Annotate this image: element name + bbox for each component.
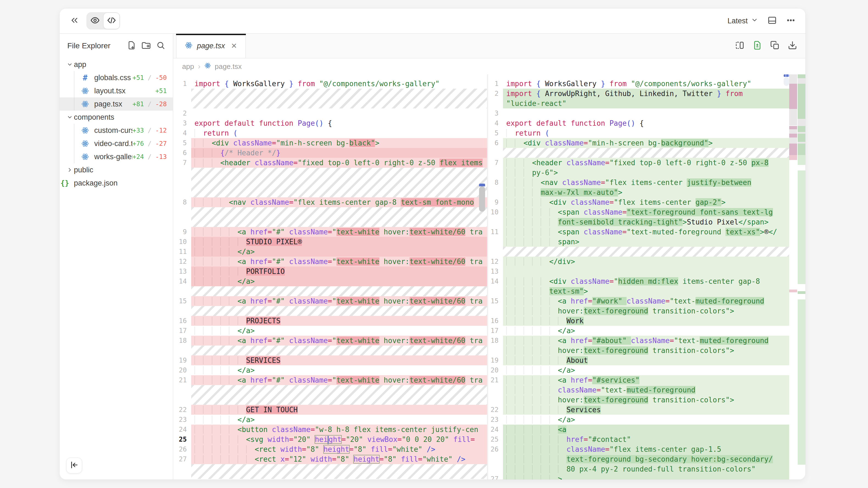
code-line[interactable]: "lucide-react"	[488, 99, 789, 108]
sidebar-item-app[interactable]: app	[60, 58, 173, 71]
sidebar-item-public[interactable]: public	[60, 163, 173, 176]
code-line[interactable]: 15 <a href="#" className="text-white hov…	[173, 296, 487, 306]
code-line[interactable]: 21 <a href="#services"	[488, 375, 789, 385]
code-line[interactable]: span>	[488, 237, 789, 247]
collapse-sidebar-button[interactable]	[66, 458, 82, 474]
code-line[interactable]: hover:text-foreground transition-colors"…	[488, 395, 789, 405]
code-line[interactable]: 23 </a>	[173, 415, 487, 425]
split-view-button[interactable]	[735, 41, 744, 51]
code-line[interactable]: 6 {/* Header */}	[173, 148, 487, 158]
code-line[interactable]: 22 GET IN TOUCH	[173, 405, 487, 415]
code-line[interactable]: 15 <a href="#work" className="text-muted…	[488, 296, 789, 306]
code-line[interactable]: 2import { ArrowUpRight, Github, Linkedin…	[488, 89, 789, 99]
code-line[interactable]: 17 </a>	[173, 326, 487, 336]
code-line[interactable]: 24 <button className="w-8 h-8 flex items…	[173, 425, 487, 434]
code-line[interactable]: 18 <a href="#about" className="text-mute…	[488, 336, 789, 346]
sidebar-item-layout-tsx[interactable]: layout.tsx+51	[60, 84, 173, 97]
toggle-console-button[interactable]	[768, 15, 777, 26]
code-line[interactable]: 16 Work	[488, 316, 789, 326]
diff-pane-old[interactable]: 1import { WorksGallery } from "@/compone…	[173, 74, 487, 480]
code-line[interactable]: 12 <a href="#" className="text-white hov…	[173, 257, 487, 266]
code-line[interactable]: hover:text-foreground transition-colors"…	[488, 346, 789, 355]
code-line[interactable]: 25 href="#contact"	[488, 434, 789, 444]
code-line[interactable]: 19 SERVICES	[173, 355, 487, 365]
code-line[interactable]: 16 PROJECTS	[173, 316, 487, 326]
code-line[interactable]: 11 <span className="text-muted-foregroun…	[488, 227, 789, 237]
code-line[interactable]: 4export default function Page() {	[488, 118, 789, 128]
code-line[interactable]: 22 Services	[488, 405, 789, 415]
code-line[interactable]: 3	[488, 108, 789, 118]
code-line[interactable]: text-foreground bg-secondary hover:bg-se…	[488, 454, 789, 464]
code-line[interactable]: 20 </a>	[488, 365, 789, 375]
version-selector[interactable]: Latest	[727, 17, 758, 26]
download-button[interactable]	[788, 41, 797, 51]
diff-pane-new[interactable]: 1import { WorksGallery } from "@/compone…	[488, 74, 789, 480]
code-line[interactable]: 1import { WorksGallery } from "@/compone…	[488, 79, 789, 89]
code-line[interactable]: 24 <a	[488, 425, 789, 434]
code-line[interactable]: 13	[488, 266, 789, 276]
code-line[interactable]: 12 </div>	[488, 257, 789, 266]
preview-toggle-button[interactable]	[87, 12, 103, 29]
minimap[interactable]	[789, 74, 805, 480]
code-line[interactable]: 6 <div className="min-h-screen bg-backgr…	[488, 138, 789, 148]
code-line[interactable]: 8 <nav className="flex items-center just…	[488, 177, 789, 188]
code-line[interactable]: 18 <a href="#" className="text-white hov…	[173, 336, 487, 346]
code-line[interactable]: 14 <div className="hidden md:flex items-…	[488, 276, 789, 286]
code-line[interactable]: hover:text-foreground transition-colors"…	[488, 306, 789, 316]
code-line[interactable]: 2	[173, 108, 487, 118]
tab-page-tsx[interactable]: page.tsx ✕	[176, 34, 246, 58]
new-file-button[interactable]	[127, 41, 136, 51]
code-line[interactable]: 27 <rect x="12" width="8" height="8" fil…	[173, 454, 487, 464]
code-line[interactable]: py-6">	[488, 168, 789, 177]
code-line[interactable]: 17 </a>	[488, 326, 789, 336]
code-line[interactable]: 21 <a href="#" className="text-white hov…	[173, 375, 487, 385]
code-line[interactable]: 7 <header className="fixed top-0 left-0 …	[173, 158, 487, 168]
diff-view-button[interactable]	[753, 41, 762, 51]
left-pane-scrollbar[interactable]	[479, 186, 485, 212]
code-toggle-button[interactable]	[103, 12, 120, 29]
code-line[interactable]: 4 return (	[173, 128, 487, 138]
sidebar-item-works-galler-[interactable]: works-galler…+24 / -13	[60, 150, 173, 163]
code-line[interactable]: 5 <div className="min-h-screen bg-black"…	[173, 138, 487, 148]
code-line[interactable]: className="text-muted-foreground	[488, 385, 789, 395]
code-line[interactable]: 26 <rect width="8" height="8" fill="whit…	[173, 444, 487, 454]
code-line[interactable]: text-sm">	[488, 286, 789, 296]
code-line[interactable]: 13 PORTFOLIO	[173, 266, 487, 276]
copy-code-button[interactable]	[770, 41, 780, 51]
code-line[interactable]: 20 </a>	[173, 365, 487, 375]
right-pane-scrollbar[interactable]	[784, 77, 789, 86]
code-line[interactable]: 9 <div className="flex items-center gap-…	[488, 197, 789, 207]
code-line[interactable]: 80 px-4 py-2 rounded-full transition-col…	[488, 464, 789, 474]
code-line[interactable]: 8 <nav className="flex items-center gap-…	[173, 197, 487, 207]
new-folder-button[interactable]	[142, 41, 151, 51]
sidebar-item-package-json[interactable]: {}package.json	[60, 176, 173, 190]
sidebar-item-globals-css[interactable]: #globals.css+51 / -50	[60, 71, 173, 84]
code-line[interactable]: 11 </a>	[173, 247, 487, 257]
code-line[interactable]: 9 <a href="#" className="text-white hove…	[173, 227, 487, 237]
collapse-panel-icon[interactable]	[69, 15, 80, 26]
code-line[interactable]: 27 >	[488, 474, 789, 480]
code-line[interactable]: 5 return (	[488, 128, 789, 138]
code-line[interactable]: 10 STUDIO PIXEL®	[173, 237, 487, 247]
code-line[interactable]: 26 className="flex items-center gap-1.5	[488, 444, 789, 454]
sidebar-item-page-tsx[interactable]: page.tsx+81 / -28	[60, 97, 173, 110]
sidebar-item-custom-curs-[interactable]: custom-curs…+33 / -12	[60, 124, 173, 137]
more-options-button[interactable]	[786, 15, 796, 26]
sidebar-item-components[interactable]: components	[60, 110, 173, 124]
sidebar-item-video-card-tsx[interactable]: video-card.tsx+76 / -27	[60, 137, 173, 150]
code-line[interactable]: 7 <header className="fixed top-0 left-0 …	[488, 158, 789, 168]
code-line[interactable]: 3export default function Page() {	[173, 118, 487, 128]
diff-editor[interactable]: 1import { WorksGallery } from "@/compone…	[173, 74, 805, 480]
code-line[interactable]: 23 </a>	[488, 415, 789, 425]
code-line[interactable]: 14 </a>	[173, 276, 487, 286]
breadcrumb-file[interactable]: page.tsx	[215, 62, 242, 71]
breadcrumb-folder[interactable]: app	[182, 62, 194, 71]
code-line[interactable]: max-w-7xl mx-auto">	[488, 188, 789, 197]
code-line[interactable]: 1import { WorksGallery } from "@/compone…	[173, 79, 487, 89]
close-tab-icon[interactable]: ✕	[231, 42, 237, 50]
code-line[interactable]: font-semibold tracking-tight">Studio Pix…	[488, 217, 789, 227]
code-line[interactable]: 10 <span className="text-foreground font…	[488, 207, 789, 217]
code-line[interactable]: 25 <svg width="20" height="20" viewBox="…	[173, 434, 487, 444]
code-line[interactable]: 19 About	[488, 355, 789, 365]
search-files-button[interactable]	[156, 41, 165, 51]
